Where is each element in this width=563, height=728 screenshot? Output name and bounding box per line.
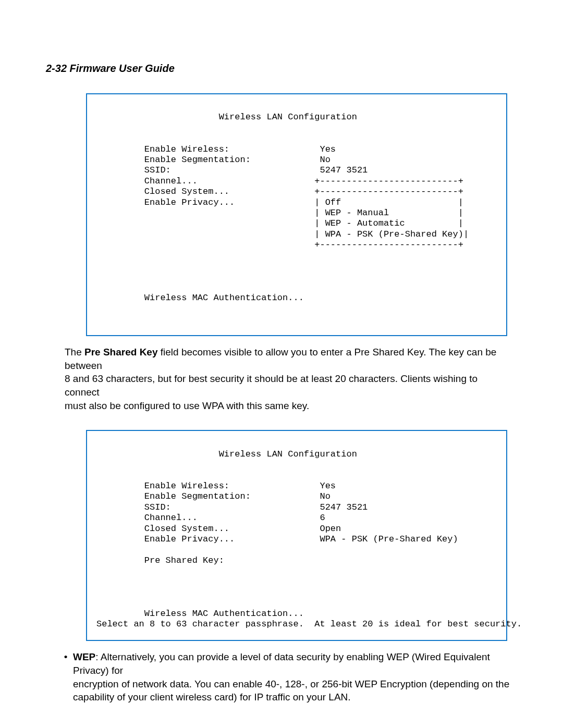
row-privacy-off: Enable Privacy... | Off |: [96, 198, 463, 207]
row-enable-wireless: Enable Wireless: Yes: [96, 481, 336, 491]
text-rest3: must also be configured to use WPA with …: [65, 400, 309, 411]
text-rest1: : Alternatively, you can provide a level…: [73, 651, 490, 676]
row-ssid: SSID: 5247 3521: [96, 165, 368, 175]
bullet-wep: • WEP: Alternatively, you can provide a …: [58, 650, 511, 704]
page: 2-32 Firmware User Guide Wireless LAN Co…: [0, 0, 563, 728]
row-enable-segmentation: Enable Segmentation: No: [96, 155, 331, 165]
text-rest2: 8 and 63 characters, but for best securi…: [65, 373, 478, 398]
row-wireless-mac-auth: Wireless MAC Authentication...: [96, 609, 304, 619]
text-rest2: encryption of network data. You can enab…: [73, 678, 509, 689]
text-bold-psk: Pre Shared Key: [84, 347, 157, 357]
row-enable-wireless: Enable Wireless: Yes: [96, 144, 336, 154]
row-enable-segmentation: Enable Segmentation: No: [96, 491, 331, 501]
terminal-title: Wireless LAN Configuration: [96, 449, 357, 459]
status-line: Select an 8 to 63 character passphrase. …: [96, 619, 522, 629]
row-privacy-wpa-psk: | WPA - PSK (Pre-Shared Key)|: [96, 229, 469, 239]
row-privacy-wep-auto: | WEP - Automatic |: [96, 218, 463, 228]
terminal-wlan-config-privacy-menu: Wireless LAN Configuration Enable Wirele…: [86, 93, 507, 336]
text-bold-wep: WEP: [73, 651, 95, 662]
row-channel: Channel... 6: [96, 513, 325, 523]
row-channel: Channel... +--------------------------+: [96, 176, 463, 186]
row-wireless-mac-auth: Wireless MAC Authentication...: [96, 293, 304, 303]
bullet-wep-text: WEP: Alternatively, you can provide a le…: [73, 650, 511, 704]
page-header: 2-32 Firmware User Guide: [46, 61, 511, 76]
row-privacy-wep-manual: | WEP - Manual |: [96, 208, 463, 218]
row-enable-privacy: Enable Privacy... WPA - PSK (Pre-Shared …: [96, 534, 458, 544]
terminal-title: Wireless LAN Configuration: [96, 112, 357, 122]
row-closed-system: Closed System... +----------------------…: [96, 187, 463, 196]
text-lead: The: [65, 347, 84, 357]
row-privacy-box-bottom: +--------------------------+: [96, 240, 463, 250]
terminal-wlan-config-psk: Wireless LAN Configuration Enable Wirele…: [86, 430, 507, 641]
paragraph-pre-shared-key: The Pre Shared Key field becomes visible…: [65, 346, 511, 412]
bullet-dot-icon: •: [58, 650, 73, 704]
row-ssid: SSID: 5247 3521: [96, 502, 368, 512]
row-closed-system: Closed System... Open: [96, 524, 341, 534]
text-rest3: capability of your client wireless card)…: [73, 692, 351, 702]
row-pre-shared-key: Pre Shared Key:: [96, 556, 224, 565]
